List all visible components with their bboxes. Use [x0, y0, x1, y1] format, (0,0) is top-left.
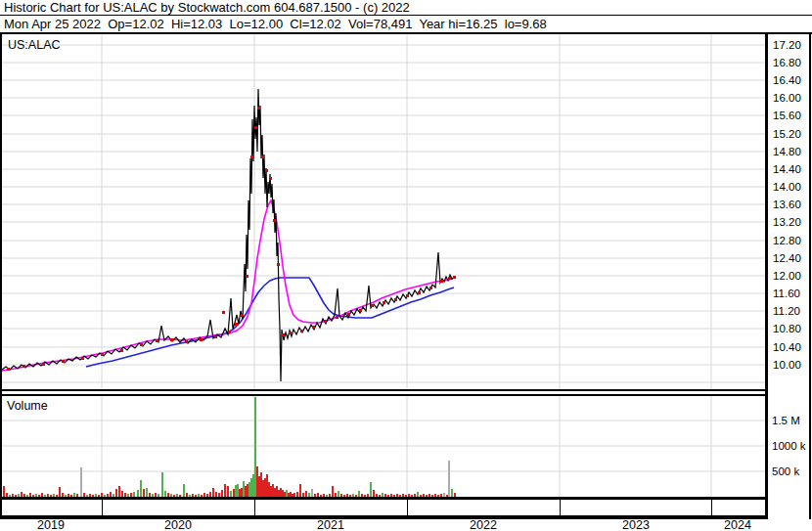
down-close-tick — [261, 155, 264, 158]
volume-bar — [224, 484, 226, 497]
volume-tick-label: 1.5 M — [772, 415, 800, 426]
volume-tick-label: 500 k — [772, 465, 799, 477]
volume-bar — [276, 486, 278, 497]
down-close-tick — [269, 177, 272, 180]
volume-bar — [243, 481, 245, 497]
main-chart-bottom-border — [0, 389, 768, 391]
down-close-tick — [394, 298, 397, 301]
volume-bar — [235, 485, 237, 497]
down-close-tick — [62, 360, 65, 363]
price-chart-svg — [2, 34, 765, 389]
down-close-tick — [429, 287, 432, 289]
price-tick-label: 16.40 — [773, 74, 801, 86]
volume-bar — [262, 480, 264, 497]
volume-bar — [260, 472, 262, 497]
down-close-tick — [371, 304, 374, 307]
volume-bar — [247, 484, 248, 497]
year-label: 2021 — [301, 518, 360, 531]
volume-bar — [266, 474, 268, 497]
volume-bar — [245, 486, 247, 497]
volume-bar — [239, 489, 241, 497]
volume-bar — [370, 482, 372, 497]
chart-quote-line: Mon Apr 25 2022 Op=12.02 Hi=12.03 Lo=12.… — [4, 18, 547, 31]
volume-bar — [115, 489, 117, 497]
chart-right-border — [809, 32, 811, 519]
down-close-tick — [383, 301, 385, 304]
down-close-tick — [140, 343, 143, 346]
down-close-tick — [185, 340, 188, 343]
volume-bar — [332, 486, 334, 497]
volume-bar — [264, 478, 266, 497]
down-close-tick — [312, 326, 315, 329]
chart-title: Historic Chart for US:ALAC by Stockwatch… — [4, 1, 410, 15]
down-close-tick — [440, 280, 443, 283]
price-tick-label: 15.20 — [773, 128, 801, 140]
volume-bar — [311, 489, 313, 497]
price-tick-label: 14.80 — [773, 146, 801, 157]
volume-bar — [272, 484, 274, 497]
price-tick-label: 12.80 — [773, 235, 801, 246]
volume-bar — [256, 466, 258, 497]
down-close-tick — [120, 349, 123, 352]
year-tick — [407, 500, 408, 515]
volume-bar — [451, 489, 453, 497]
volume-bar — [274, 488, 276, 497]
volume-bar — [227, 486, 229, 497]
volume-bar — [268, 482, 270, 497]
volume-bar — [280, 488, 282, 497]
down-close-tick — [7, 368, 10, 371]
down-close-tick — [453, 276, 456, 279]
price-tick-label: 16.00 — [773, 92, 801, 104]
volume-bar — [212, 488, 214, 497]
down-close-tick — [324, 320, 327, 323]
year-tick — [102, 500, 103, 515]
volume-bar — [118, 486, 120, 497]
price-tick-label: 12.40 — [773, 252, 801, 264]
volume-bar — [143, 489, 145, 497]
volume-bar — [448, 461, 450, 497]
price-tick-label: 14.00 — [773, 181, 801, 193]
price-tick-label: 11.20 — [773, 305, 800, 317]
price-tick-label: 14.40 — [773, 163, 801, 175]
down-close-tick — [418, 291, 421, 294]
price-tick-label: 13.60 — [773, 199, 801, 210]
volume-bar — [258, 476, 260, 497]
axis-column-divider — [765, 32, 768, 519]
volume-bar — [252, 474, 254, 497]
volume-bar — [237, 484, 239, 497]
down-close-tick — [235, 323, 238, 326]
volume-bar — [161, 472, 163, 497]
year-tick — [711, 500, 712, 515]
year-label: 2019 — [22, 518, 80, 531]
price-tick-label: 10.40 — [773, 341, 801, 353]
volume-bar — [140, 480, 142, 497]
year-label: 2022 — [454, 518, 513, 531]
down-close-tick — [257, 107, 260, 110]
year-label: 2023 — [607, 518, 665, 531]
price-tick-label: 10.80 — [773, 323, 801, 334]
volume-bar — [278, 490, 280, 497]
down-close-tick — [273, 219, 276, 222]
down-close-tick — [101, 353, 104, 356]
down-close-tick — [81, 357, 84, 360]
price-tick-label: 15.60 — [773, 110, 801, 121]
volume-bar — [137, 490, 139, 497]
down-close-tick — [156, 339, 158, 342]
down-close-tick — [23, 365, 25, 368]
down-close-tick — [347, 313, 350, 316]
down-close-tick — [448, 277, 451, 280]
header-separator — [0, 15, 812, 16]
year-label: 2020 — [149, 518, 207, 531]
volume-tick-label: 1000 k — [772, 440, 806, 452]
down-close-tick — [170, 338, 173, 341]
down-close-tick — [289, 332, 292, 334]
year-tick — [560, 500, 561, 515]
volume-bar — [286, 490, 288, 497]
down-close-tick — [222, 311, 225, 314]
fast-moving-average-line — [2, 200, 453, 371]
volume-bar — [146, 488, 148, 497]
price-line — [2, 89, 455, 381]
down-close-tick — [246, 275, 248, 278]
volume-bar — [241, 488, 243, 497]
volume-bar — [373, 490, 375, 497]
